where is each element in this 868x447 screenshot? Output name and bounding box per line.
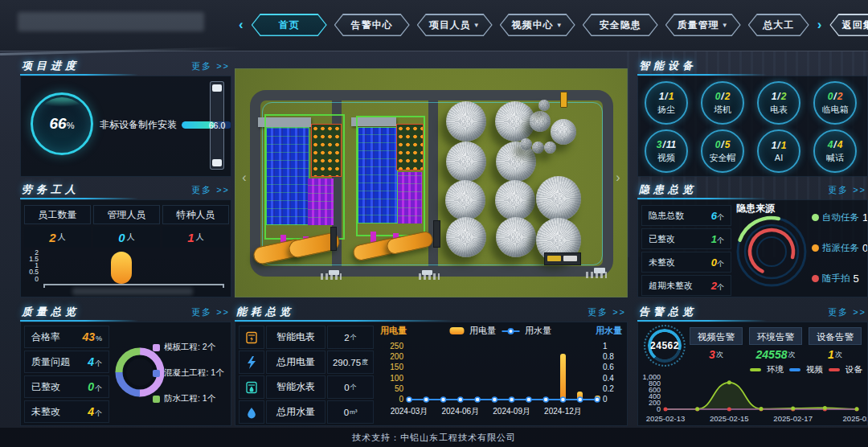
line-legend-icon [502, 330, 519, 332]
alarm-line-chart: 02004006008001,0002025-02-132025-02-1520… [638, 374, 867, 425]
lightning-icon [239, 351, 264, 374]
truck [563, 256, 577, 261]
device-loudspeaker[interactable]: 4/4喊话 [813, 129, 857, 173]
device-safety-helmet[interactable]: 0/5安全帽 [701, 129, 744, 173]
more-link[interactable]: 更多 >> [191, 60, 230, 72]
silo-tank [544, 141, 556, 154]
nav-scroll-right-icon[interactable]: › [817, 17, 823, 33]
panel-title: 隐患总览 [639, 182, 697, 197]
device-tower-crane[interactable]: 0/2塔机 [701, 81, 744, 125]
panel-title: 劳务工人 [22, 182, 80, 197]
energy-row: 总用水量 0m³ [239, 400, 374, 424]
top-nav: ‹ 首页 告警中心 项目人员▼ 视频中心▼ 安全隐患 质量管理▼ 总大工 › 返… [0, 0, 868, 51]
panel-alarms: 告警总览更多 >> 24562 视频告警 3次 环境告警 24558次 设备告警… [637, 302, 868, 426]
legend-item[interactable]: 随手拍5 [812, 273, 859, 285]
stat-video-alarms: 视频告警 3次 [690, 327, 743, 364]
legend-item[interactable]: 自动任务1 [812, 211, 868, 224]
stat-quality-issues: 质量问题4个 [24, 351, 109, 373]
map-next-icon[interactable]: › [612, 170, 624, 185]
stat-device-alarms: 设备告警 1次 [809, 327, 862, 364]
video-legend-icon [789, 368, 800, 371]
more-link[interactable]: 更多 >> [828, 306, 866, 318]
more-link[interactable]: 更多 >> [828, 184, 866, 196]
silo-tank [496, 217, 536, 257]
silo-tank [520, 138, 532, 150]
chevron-down-icon: ▼ [722, 22, 729, 29]
energy-row: 总用电量 290.75度 [239, 351, 374, 374]
tab-project-personnel[interactable]: 项目人员▼ [417, 14, 493, 36]
project-title-redacted [18, 12, 204, 31]
panel-title: 项目进度 [22, 59, 80, 73]
dashboard: ‹ 首页 告警中心 项目人员▼ 视频中心▼ 安全隐患 质量管理▼ 总大工 › 返… [0, 0, 868, 447]
bar-legend-icon [449, 327, 464, 334]
tab-alarm-center[interactable]: 告警中心 [334, 14, 410, 36]
silo-tank [551, 119, 576, 145]
device-video[interactable]: 3/11视频 [645, 129, 688, 173]
site-3d-view[interactable]: ‹ › [235, 68, 628, 297]
slider-thumb[interactable] [212, 84, 222, 92]
task-label: 非标设备制作安装 [100, 118, 177, 132]
panel-labor: 劳务工人更多 >> 员工数量 2人 管理人员 0人 特种人员 1人 2 1.5 [20, 180, 231, 297]
chevron-down-icon: ▼ [473, 22, 481, 29]
panel-project-progress: 项目进度更多 >> 66% 非标设备制作安装 66.0 [20, 56, 231, 177]
more-link[interactable]: 更多 >> [191, 306, 230, 318]
progress-gauge: 66% [31, 92, 93, 155]
device-ai[interactable]: 1/1AI [757, 129, 800, 173]
tab-video-center[interactable]: 视频中心▼ [500, 14, 575, 36]
energy-row: 智能电表 2个 [239, 326, 374, 349]
labor-bar-chart: 2 1.5 1 0.5 0 [24, 250, 227, 295]
stat-hazard-total: 隐患总数6个 [641, 205, 731, 226]
panel-title: 质量总览 [22, 305, 80, 319]
silo-tank [495, 180, 535, 220]
tab-safety-hazard[interactable]: 安全隐患 [583, 14, 658, 36]
road-crossing [419, 273, 440, 280]
silo-tank [532, 141, 544, 154]
energy-row: 智能水表 0个 [239, 375, 374, 399]
silo-tank [445, 180, 485, 220]
tab-quality-mgmt[interactable]: 质量管理▼ [665, 14, 741, 36]
alarm-total-gauge: 24562 [645, 326, 685, 366]
energy-chart: 05010015020025000.20.40.60.812024-03月202… [377, 322, 624, 425]
map-prev-icon[interactable]: ‹ [239, 170, 250, 185]
device-power-box[interactable]: 0/2临电箱 [813, 81, 857, 125]
silo-tank [538, 100, 550, 111]
return-group-button[interactable]: 返回集团端 [829, 14, 868, 36]
crane-truck [560, 92, 567, 108]
stat-hazard-overdue: 超期未整改2个 [641, 275, 731, 296]
stat-hazard-unrectified: 未整改0个 [641, 252, 731, 273]
road-crossing [586, 272, 607, 278]
legend-item[interactable]: 混凝土工程: 1个 [153, 367, 224, 379]
more-link[interactable]: 更多 >> [588, 306, 626, 318]
legend-item[interactable]: 模板工程: 2个 [153, 342, 215, 353]
panel-energy: 能耗总览更多 >> 智能电表 2个 总用电量 290.75度 智能水表 0个 [235, 302, 628, 426]
tab-home[interactable]: 首页 [252, 14, 327, 36]
legend-item[interactable]: 防水工程: 1个 [153, 393, 215, 404]
electric-meter-icon [239, 326, 264, 349]
device-dust[interactable]: 1/1扬尘 [645, 81, 688, 125]
tab-partial[interactable]: 总大工 [748, 14, 809, 36]
chevron-down-icon: ▼ [556, 22, 563, 29]
road-crossing [321, 273, 342, 280]
chart-legend[interactable]: 用电量 用水量 [449, 325, 551, 337]
slider-thumb[interactable] [212, 159, 222, 166]
water-drop-icon [239, 400, 264, 424]
site-cabin [433, 220, 440, 248]
steel-structure-building [264, 114, 345, 240]
more-link[interactable]: 更多 >> [191, 184, 230, 196]
legend-item[interactable]: 指派任务0 [812, 242, 868, 254]
water-meter-icon [239, 375, 264, 399]
hazard-source-rings-chart [733, 213, 810, 290]
env-legend-icon [750, 368, 761, 371]
nav-tabs: ‹ 首页 告警中心 项目人员▼ 视频中心▼ 安全隐患 质量管理▼ 总大工 › 返… [238, 14, 865, 36]
silo-tank [536, 176, 581, 221]
progress-slider[interactable]: 66.0 [210, 81, 224, 170]
stat-rectified: 已整改0个 [24, 375, 109, 398]
category-label-redacted [72, 288, 193, 295]
truck [547, 256, 561, 261]
panel-title: 智能设备 [639, 59, 697, 73]
nav-scroll-left-icon[interactable]: ‹ [238, 17, 244, 33]
device-electric-meter[interactable]: 1/2电表 [757, 81, 800, 125]
labor-bar [111, 252, 132, 284]
steel-structure-building [356, 116, 425, 236]
stat-hazard-rectified: 已整改1个 [641, 228, 731, 249]
